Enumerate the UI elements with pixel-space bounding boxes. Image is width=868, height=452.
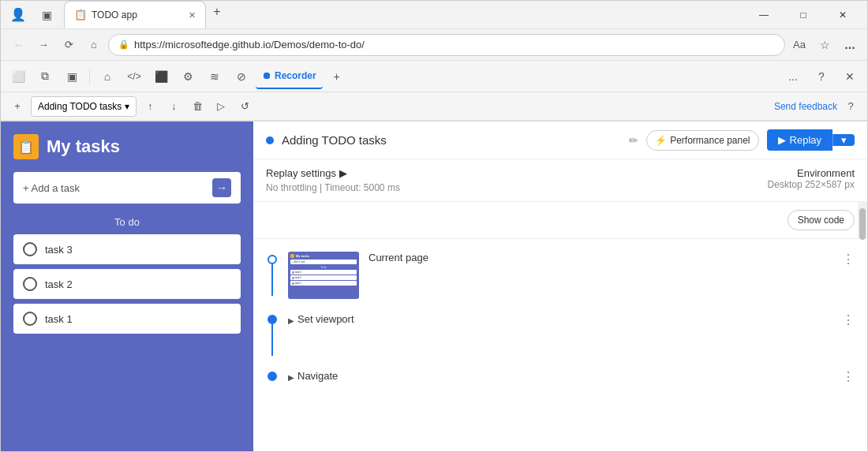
task-2-checkbox[interactable] (23, 277, 37, 291)
settings-expand-arrow: ▶ (339, 167, 347, 179)
devtools-more-actions: ... ? ✕ (780, 64, 862, 89)
devtools-tab-recorder[interactable]: ⏺ Recorder (256, 64, 323, 89)
new-tab-button[interactable]: + (206, 1, 228, 23)
add-task-text: + Add a task (23, 182, 212, 194)
move-down-button[interactable]: ↓ (163, 96, 184, 117)
perf-panel-label: Performance panel (670, 135, 750, 146)
step-3-content: ▶ Navigate ⋮ (288, 368, 855, 385)
perf-icon: ⚡ (655, 135, 667, 146)
devtools-tab-debugger[interactable]: ⚙ (175, 64, 200, 89)
tab-title: TODO app (92, 9, 184, 21)
devtools-help-button[interactable]: ? (809, 64, 834, 89)
step-set-viewport: ▶ Set viewport ⋮ (253, 305, 867, 362)
active-tab[interactable]: 📋 TODO app ✕ (64, 1, 206, 28)
devtools-tab-wifi[interactable]: ≋ (202, 64, 227, 89)
back-button[interactable]: ← (7, 34, 29, 56)
step-1-content: Current page ⋮ (369, 252, 855, 267)
task-3-label: task 3 (45, 244, 73, 256)
replay-dropdown-button[interactable]: ▾ (832, 134, 855, 146)
devtools-tab-add[interactable]: + (324, 64, 350, 89)
add-task-bar[interactable]: + Add a task → (13, 172, 241, 204)
step-navigate: ▶ Navigate ⋮ (253, 362, 867, 391)
todo-app-icon: 📋 (13, 134, 39, 159)
forward-button[interactable]: → (32, 34, 54, 56)
devtools-tab-copy[interactable]: ⧉ (32, 64, 58, 89)
performance-panel-button[interactable]: ⚡ Performance panel (646, 130, 758, 151)
move-up-button[interactable]: ↑ (140, 96, 160, 117)
recorder-panel: Adding TODO tasks ✏ ⚡ Performance panel … (253, 121, 867, 451)
task-item-1[interactable]: task 1 (13, 304, 241, 334)
edit-recording-name-icon[interactable]: ✏ (629, 134, 638, 147)
step-2-more-button[interactable]: ⋮ (842, 312, 855, 327)
scrollbar-track[interactable] (858, 202, 867, 239)
url-text: https://microsoftedge.github.io/Demos/de… (134, 39, 775, 50)
step-1-more-button[interactable]: ⋮ (842, 252, 855, 267)
delete-recording-button[interactable]: 🗑 (187, 96, 208, 117)
step-3-expand-button[interactable]: ▶ Navigate (288, 370, 338, 385)
step-2-arrow: ▶ (288, 316, 294, 325)
replay-main-button[interactable]: ▶ Replay (767, 129, 832, 151)
task-item-3[interactable]: task 3 (13, 234, 241, 264)
devtools-tab-network[interactable]: ⬛ (148, 64, 174, 89)
main-content: 📋 My tasks + Add a task → To do task 3 t… (1, 121, 867, 451)
refresh-button[interactable]: ⟳ (58, 34, 80, 56)
devtools-tab-more-tools[interactable]: ⊘ (229, 64, 254, 89)
minimize-button[interactable]: — (746, 4, 782, 26)
task-2-label: task 2 (45, 278, 73, 290)
recorder-header: Adding TODO tasks ✏ ⚡ Performance panel … (253, 121, 867, 159)
action-help-button[interactable]: ? (840, 96, 861, 117)
add-task-arrow-icon: → (212, 178, 231, 197)
add-recording-button[interactable]: + (7, 96, 28, 117)
task-3-checkbox[interactable] (23, 242, 37, 256)
environment-title: Environment (768, 167, 855, 179)
step-3-circle (268, 372, 277, 381)
env-dimensions: 252×587 px (805, 179, 855, 190)
url-bar[interactable]: 🔒 https://microsoftedge.github.io/Demos/… (108, 34, 785, 56)
throttling-label: No throttling (266, 182, 317, 193)
maximize-button[interactable]: □ (785, 4, 821, 26)
close-button[interactable]: ✕ (825, 4, 861, 26)
favorites-icon[interactable]: ☆ (814, 34, 836, 56)
step-3-title: Navigate (297, 370, 338, 382)
devtools-more-button[interactable]: ... (780, 64, 806, 89)
lock-icon: 🔒 (118, 39, 129, 50)
recorder-tab-label: Recorder (275, 70, 316, 81)
browser-menu-button[interactable]: ... (839, 34, 861, 56)
sidebar-toggle[interactable]: ▣ (36, 4, 58, 26)
profile-icon[interactable]: 👤 (7, 4, 29, 26)
show-code-area: Show code (253, 202, 867, 239)
environment-value: Desktop 252×587 px (768, 179, 855, 190)
step-2-expand-button[interactable]: ▶ Set viewport (288, 313, 354, 328)
recording-selector[interactable]: Adding TODO tasks ▾ (31, 96, 137, 117)
devtools-tab-home[interactable]: ⌂ (95, 64, 120, 89)
tab-favicon: 📋 (74, 9, 87, 21)
todo-section-title: To do (13, 216, 241, 228)
play-button[interactable]: ▷ (211, 96, 231, 117)
step-3-more-button[interactable]: ⋮ (842, 369, 855, 384)
home-button[interactable]: ⌂ (83, 34, 105, 56)
step-1-circle (268, 255, 277, 264)
tab-close-button[interactable]: ✕ (189, 10, 196, 21)
show-code-button[interactable]: Show code (788, 210, 855, 230)
devtools-tab-elements[interactable]: ⬜ (6, 64, 31, 89)
window-controls: — □ ✕ (746, 4, 861, 26)
replay-button-group: ▶ Replay ▾ (767, 129, 855, 151)
timeout-label: Timeout: 5000 ms (324, 182, 400, 193)
recorder-settings: Replay settings ▶ No throttling | Timeou… (253, 159, 867, 202)
devtools-tab-sources[interactable]: </> (122, 64, 147, 89)
step-2-timeline (266, 315, 279, 356)
settings-title-text: Replay settings (266, 167, 336, 179)
step-3-timeline (266, 372, 279, 381)
url-actions: Aa ☆ ... (788, 34, 861, 56)
devtools-close-button[interactable]: ✕ (837, 64, 862, 89)
replay-settings-title[interactable]: Replay settings ▶ (266, 167, 400, 179)
task-item-2[interactable]: task 2 (13, 269, 241, 299)
send-feedback-link[interactable]: Send feedback (774, 101, 837, 112)
replay-button-action[interactable]: ↺ (234, 96, 255, 117)
task-1-checkbox[interactable] (23, 312, 37, 326)
step-current-page: My tasks + Add a task To do task 3 task … (253, 245, 867, 305)
reading-view-icon[interactable]: Aa (788, 34, 810, 56)
step-2-line (271, 324, 273, 356)
scrollbar-thumb (859, 208, 866, 240)
devtools-tab-device[interactable]: ▣ (59, 64, 84, 89)
